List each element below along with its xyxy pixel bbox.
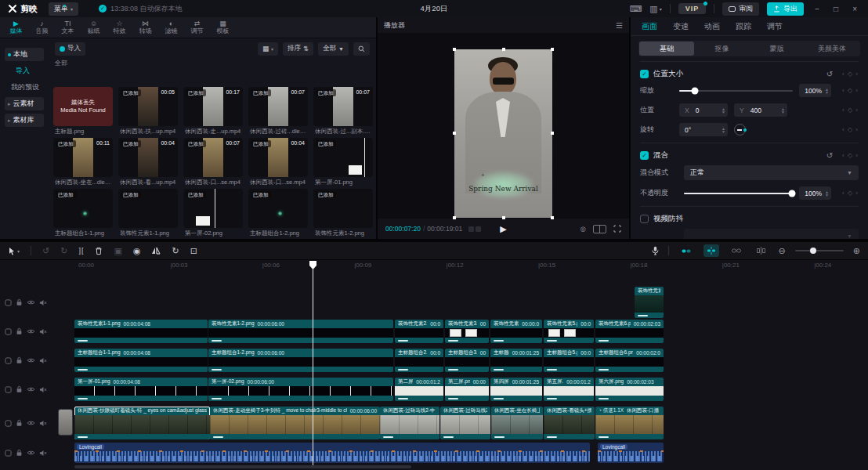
- vip-badge[interactable]: VIP: [678, 3, 707, 14]
- crop-button[interactable]: ⊡: [190, 246, 197, 256]
- media-tile[interactable]: 已添加00:04休闲西装-看...up.mp4: [118, 138, 178, 186]
- freeze-frame-button[interactable]: ▣: [114, 246, 121, 256]
- position-x-field[interactable]: X 0 ▲▼: [679, 103, 728, 117]
- inspector-tab-0[interactable]: 画面: [642, 21, 657, 32]
- media-tile[interactable]: 已添加主标题组合1-2.png: [248, 189, 308, 237]
- media-tile[interactable]: 已添加主标题组合1-1.png: [53, 189, 113, 237]
- media-tile[interactable]: 已添加第一屏-01.png: [313, 138, 373, 186]
- image-clip[interactable]: 主标题组合6.png00:00:02:0: [595, 349, 664, 372]
- record-voiceover-button[interactable]: [652, 246, 659, 255]
- ratio-icon[interactable]: [593, 225, 606, 233]
- close-button[interactable]: ×: [849, 5, 860, 13]
- menu-button[interactable]: 菜单▾: [49, 2, 78, 16]
- image-clip[interactable]: 装饰性元素1-2.png00:00:06:00: [208, 320, 393, 343]
- image-clip[interactable]: 主标题组合5.png00:0: [544, 349, 594, 372]
- link-toggle[interactable]: [729, 244, 744, 257]
- shortcut-keyboard-icon[interactable]: ⌨: [629, 4, 642, 14]
- image-clip[interactable]: 第一屏-01.png00:00:04:08: [74, 378, 208, 401]
- rotate-button[interactable]: ↻: [172, 246, 179, 256]
- media-tile[interactable]: 已添加00:17休闲西装-走...up.mp4: [183, 87, 243, 136]
- sidebar-item-1[interactable]: 导入: [5, 64, 44, 78]
- image-clip[interactable]: 主标题组合2.png00:0: [395, 349, 443, 372]
- tab-audio[interactable]: ♪音频: [29, 17, 55, 38]
- reset-icon[interactable]: ↺: [826, 151, 833, 160]
- resize-handle[interactable]: [551, 48, 554, 51]
- position-y-field[interactable]: Y 400 ▲▼: [734, 103, 787, 117]
- blend-checkbox[interactable]: ✓: [640, 151, 649, 160]
- player-menu-icon[interactable]: ☰: [616, 21, 623, 30]
- tab-sticker[interactable]: ☺贴纸: [81, 17, 107, 38]
- redo-button[interactable]: ↻: [60, 246, 67, 256]
- delete-button[interactable]: [95, 247, 103, 255]
- media-tile[interactable]: 已添加00:07休闲西装-口...se.mp4: [183, 138, 243, 186]
- preview-axis-toggle[interactable]: [754, 244, 769, 257]
- image-clip[interactable]: 装饰性元素4.png00:00:0: [490, 320, 542, 343]
- tab-transition[interactable]: ⋈转场: [132, 17, 158, 38]
- cover-thumbnail[interactable]: [58, 409, 73, 436]
- media-tile[interactable]: 已添加00:11休闲西装-坐在...dle.mp4: [53, 138, 113, 186]
- resize-handle[interactable]: [551, 216, 554, 219]
- timeline[interactable]: 00:00|00:03|00:06|00:09|00:12|00:15|00:1…: [0, 260, 868, 470]
- rotate-value[interactable]: 0° ▲▼: [679, 123, 728, 136]
- image-clip[interactable]: 第四屏.png00:00:01:25: [490, 378, 542, 401]
- player-canvas[interactable]: + Spring New Arrival: [378, 33, 629, 219]
- resize-handle[interactable]: [502, 48, 505, 51]
- undo-button[interactable]: ↺: [42, 246, 49, 256]
- rotation-dial[interactable]: [734, 124, 746, 136]
- media-tile[interactable]: 已添加第一屏-02.png: [183, 189, 243, 237]
- media-tile[interactable]: 已添加00:04休闲西装-口...se.mp4: [248, 138, 308, 186]
- inspector-subtab-3[interactable]: 美颜美体: [805, 42, 859, 56]
- tab-text[interactable]: TI文本: [55, 17, 81, 38]
- video-clip[interactable]: 休闲西装-过砖马线2-: [440, 407, 490, 439]
- minimize-button[interactable]: −: [812, 5, 823, 13]
- zoom-out-button[interactable]: ⊖: [779, 246, 786, 256]
- reverse-button[interactable]: ◉: [133, 246, 141, 256]
- inspector-subtab-0[interactable]: 基础: [639, 42, 694, 56]
- import-button[interactable]: 导入: [55, 42, 85, 56]
- zoom-in-button[interactable]: ⊕: [853, 246, 860, 256]
- audio-clip[interactable]: Lovingcall: [598, 443, 664, 463]
- inspector-tab-2[interactable]: 动画: [704, 21, 720, 32]
- image-clip[interactable]: 第六屏.png00:00:02:03: [595, 378, 664, 401]
- opacity-value[interactable]: 100% ▲▼: [799, 186, 831, 200]
- view-mode-button[interactable]: ▦▾: [258, 42, 278, 56]
- focus-icon[interactable]: ◎: [580, 225, 586, 233]
- maximize-button[interactable]: □: [830, 5, 841, 13]
- resize-handle[interactable]: [453, 48, 456, 51]
- video-clip[interactable]: 休闲西装-走动坐椅子3-中到特 _ move to chair3-middle …: [210, 407, 380, 439]
- video-clip[interactable]: 休闲西装-坐在长椅上-蹦跶: [491, 407, 543, 439]
- blend-mode-dropdown[interactable]: 正常▼: [684, 165, 859, 180]
- main-track-magnet-toggle[interactable]: [678, 244, 694, 257]
- image-clip[interactable]: 主标题组合1-1.png00:00:04:08: [74, 349, 208, 372]
- filter-button[interactable]: 全部▼: [318, 42, 349, 56]
- sidebar-item-0[interactable]: 本地: [5, 48, 44, 61]
- playhead[interactable]: [313, 268, 313, 465]
- position-size-checkbox[interactable]: ✓: [640, 70, 649, 78]
- video-clip[interactable]: ◔ 倍速1.1X休闲西装-口播: [595, 407, 664, 439]
- inspector-tab-4[interactable]: 调节: [767, 21, 783, 32]
- split-button[interactable]: ][: [78, 247, 84, 255]
- image-clip[interactable]: 装饰性元素1-1.png00:00:04:08: [74, 320, 208, 343]
- inspector-tab-1[interactable]: 变速: [673, 21, 689, 32]
- image-clip[interactable]: 主标题4.png00:00:01:25: [490, 349, 542, 372]
- resize-handle[interactable]: [502, 216, 505, 219]
- inspector-subtab-1[interactable]: 抠像: [694, 42, 749, 56]
- audio-clip[interactable]: Lovingcall: [74, 443, 590, 463]
- review-button[interactable]: 审阅: [722, 2, 759, 16]
- image-clip[interactable]: 主标题组合1-2.png00:00:06:00: [208, 349, 393, 372]
- fullscreen-icon[interactable]: [613, 225, 621, 233]
- video-clip[interactable]: 休闲西装-扶眼镜盯着镜头-特 _ eyes on cam&adjust glas…: [74, 407, 210, 439]
- frame-step-icons[interactable]: [468, 226, 481, 232]
- resize-handle[interactable]: [453, 216, 456, 219]
- inspector-subtab-2[interactable]: 蒙版: [750, 42, 805, 56]
- sidebar-item-4[interactable]: ▸素材库: [5, 114, 44, 127]
- image-clip[interactable]: 第一屏-02.png00:00:06:00: [208, 378, 393, 401]
- mirror-button[interactable]: [151, 247, 161, 255]
- image-clip[interactable]: 装饰性元素3.png00: [445, 320, 489, 343]
- media-tile[interactable]: 已添加00:07休闲西装-过砖...dle.mp4: [248, 87, 308, 136]
- media-tile[interactable]: 已添加装饰性元素1-1.png: [118, 189, 178, 237]
- opacity-slider[interactable]: [684, 193, 793, 194]
- keyframe-controls[interactable]: ‹ ◇ ›: [842, 87, 859, 94]
- image-clip[interactable]: 第五屏.png00:00:01:2: [544, 378, 594, 401]
- image-clip[interactable]: 装饰性元素6.png00:00:02:03: [595, 320, 664, 343]
